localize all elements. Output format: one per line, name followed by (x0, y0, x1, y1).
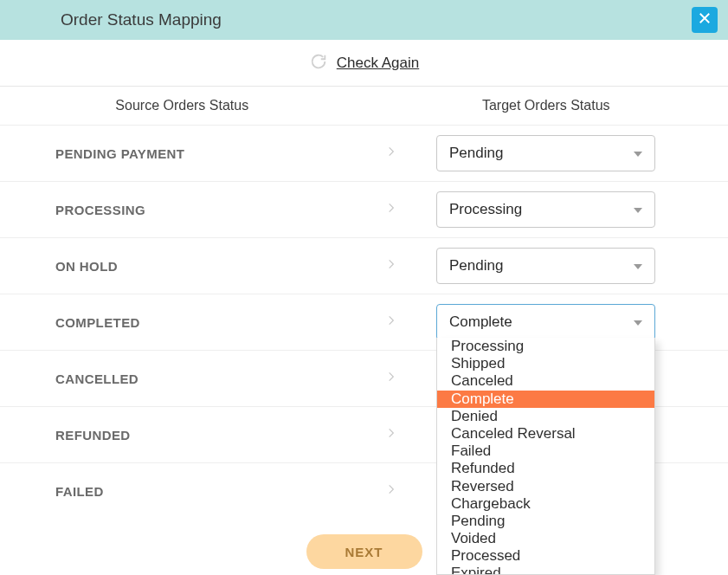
source-status-label: ON HOLD (55, 259, 393, 274)
dropdown-option[interactable]: Canceled (437, 372, 654, 390)
chevron-right-icon (385, 371, 397, 386)
close-button[interactable] (692, 7, 718, 33)
mapping-row: ON HOLD Pending (0, 237, 728, 294)
dropdown-option[interactable]: Processed (437, 547, 654, 565)
check-again-row: Check Again (0, 40, 728, 87)
select-value: Pending (449, 257, 503, 275)
dropdown-option[interactable]: Denied (437, 408, 654, 425)
source-status-label: CANCELLED (55, 371, 393, 386)
dropdown-option[interactable]: Chargeback (437, 495, 654, 513)
dropdown-option[interactable]: Shipped (437, 355, 654, 372)
column-headers: Source Orders Status Target Orders Statu… (0, 87, 728, 125)
chevron-right-icon (385, 145, 397, 161)
chevron-right-icon (385, 314, 397, 330)
dropdown-option[interactable]: Expired (437, 565, 654, 575)
dropdown-option[interactable]: Canceled Reversal (437, 425, 654, 443)
dropdown-option[interactable]: Refunded (437, 460, 654, 477)
source-status-label: FAILED (55, 484, 393, 499)
target-column-header: Target Orders Status (364, 98, 729, 113)
mapping-row: PENDING PAYMENT Pending (0, 125, 728, 181)
chevron-right-icon (385, 202, 397, 217)
target-status-dropdown[interactable]: ProcessingShippedCanceledCompleteDeniedC… (436, 338, 655, 575)
chevron-right-icon (385, 258, 397, 274)
caret-down-icon (634, 257, 642, 275)
target-status-select[interactable]: Processing (436, 191, 655, 228)
caret-down-icon (634, 313, 642, 331)
source-status-label: PENDING PAYMENT (55, 146, 393, 161)
dropdown-option[interactable]: Failed (437, 443, 654, 460)
caret-down-icon (634, 145, 642, 162)
dropdown-option[interactable]: Voided (437, 530, 654, 547)
select-value: Complete (449, 313, 512, 331)
chevron-right-icon (385, 483, 397, 499)
source-column-header: Source Orders Status (0, 98, 364, 113)
close-icon (697, 10, 712, 29)
check-again-link[interactable]: Check Again (337, 55, 419, 72)
source-status-label: COMPLETED (55, 315, 393, 330)
dropdown-option[interactable]: Complete (437, 391, 654, 408)
select-value: Processing (449, 201, 522, 218)
chevron-right-icon (385, 427, 397, 443)
source-status-label: PROCESSING (55, 203, 393, 217)
target-status-select[interactable]: Pending (436, 135, 655, 171)
select-value: Pending (449, 145, 503, 162)
refresh-icon (309, 52, 328, 74)
target-status-select[interactable]: Complete (436, 304, 655, 340)
dropdown-option[interactable]: Processing (437, 338, 654, 355)
next-button[interactable]: NEXT (306, 534, 422, 569)
caret-down-icon (634, 201, 642, 218)
dropdown-option[interactable]: Reversed (437, 478, 654, 495)
modal-header: Order Status Mapping (0, 0, 728, 40)
dropdown-option[interactable]: Pending (437, 513, 654, 530)
source-status-label: REFUNDED (55, 428, 393, 443)
mapping-row: PROCESSING Processing (0, 181, 728, 237)
modal-title: Order Status Mapping (61, 10, 222, 29)
target-status-select[interactable]: Pending (436, 248, 655, 284)
